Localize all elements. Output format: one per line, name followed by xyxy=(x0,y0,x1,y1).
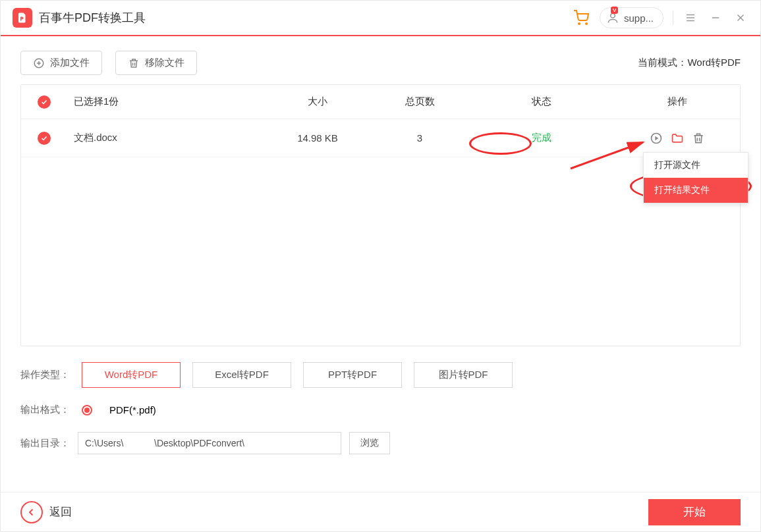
output-dir-input[interactable] xyxy=(78,432,341,454)
vip-badge: V xyxy=(611,7,618,14)
check-icon xyxy=(38,132,51,145)
type-ppt-to-pdf[interactable]: PPT转PDF xyxy=(303,362,402,388)
menu-icon[interactable] xyxy=(683,10,698,26)
open-popup: 打开源文件 打开结果文件 xyxy=(643,152,748,203)
user-chip[interactable]: V supp... xyxy=(600,7,663,28)
mode-label: 当前模式：Word转PDF xyxy=(638,57,741,69)
back-label: 返回 xyxy=(49,504,72,519)
operation-type-label: 操作类型： xyxy=(20,369,70,381)
app-title: 百事牛PDF转换工具 xyxy=(39,10,146,26)
operation-type-row: 操作类型： Word转PDF Excel转PDF PPT转PDF 图片转PDF xyxy=(20,362,741,388)
user-name: supp... xyxy=(624,13,654,24)
cart-icon[interactable] xyxy=(572,9,590,27)
output-dir-row: 输出目录： 浏览 xyxy=(20,432,741,454)
header-pages: 总页数 xyxy=(370,95,469,108)
output-format-row: 输出格式： PDF(*.pdf) xyxy=(20,404,741,416)
svg-point-0 xyxy=(578,23,580,24)
type-image-to-pdf[interactable]: 图片转PDF xyxy=(414,362,513,388)
header-checkbox[interactable] xyxy=(21,95,67,109)
table-row: 文档.docx 14.98 KB 3 完成 xyxy=(21,119,740,157)
output-dir-label: 输出目录： xyxy=(20,437,70,450)
header-size: 大小 xyxy=(265,95,370,108)
header-status: 状态 xyxy=(469,95,614,108)
header-ops: 操作 xyxy=(614,95,740,108)
output-format-label: 输出格式： xyxy=(20,404,70,416)
row-pages: 3 xyxy=(370,132,469,144)
svg-point-1 xyxy=(586,23,587,24)
add-file-label: 添加文件 xyxy=(50,57,90,69)
remove-file-button[interactable]: 移除文件 xyxy=(115,51,197,75)
pdf-logo-icon xyxy=(16,12,28,24)
svg-marker-13 xyxy=(655,136,658,140)
titlebar-separator xyxy=(673,11,673,25)
add-file-button[interactable]: 添加文件 xyxy=(20,51,102,75)
remove-file-label: 移除文件 xyxy=(145,57,184,69)
play-icon[interactable] xyxy=(649,131,663,146)
type-excel-to-pdf[interactable]: Excel转PDF xyxy=(192,362,291,388)
row-filename: 文档.docx xyxy=(67,132,265,144)
output-format-value: PDF(*.pdf) xyxy=(109,404,156,415)
open-folder-icon[interactable] xyxy=(670,131,685,146)
trash-icon xyxy=(128,57,140,69)
back-button[interactable]: 返回 xyxy=(20,501,72,523)
app-logo xyxy=(13,8,32,28)
svg-point-2 xyxy=(611,13,615,18)
browse-button[interactable]: 浏览 xyxy=(349,432,390,454)
radio-icon[interactable] xyxy=(82,405,92,415)
row-size: 14.98 KB xyxy=(265,132,370,144)
row-checkbox[interactable] xyxy=(21,132,67,145)
popup-open-result[interactable]: 打开结果文件 xyxy=(644,178,748,203)
check-icon xyxy=(38,95,51,109)
type-word-to-pdf[interactable]: Word转PDF xyxy=(82,362,181,388)
minimize-button[interactable] xyxy=(708,10,723,26)
delete-row-icon[interactable] xyxy=(691,131,706,146)
start-button[interactable]: 开始 xyxy=(648,499,741,525)
header-name: 已选择1份 xyxy=(67,95,265,108)
row-status: 完成 xyxy=(469,132,614,144)
close-button[interactable] xyxy=(733,10,748,26)
plus-circle-icon xyxy=(33,57,45,69)
back-arrow-icon xyxy=(20,501,43,523)
popup-open-source[interactable]: 打开源文件 xyxy=(644,153,748,178)
